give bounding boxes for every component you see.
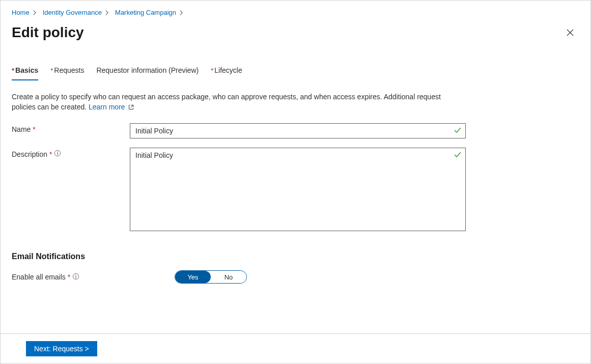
tab-label: Basics — [15, 66, 38, 74]
name-input[interactable] — [130, 123, 466, 138]
description-label: Description * — [12, 148, 130, 158]
toggle-yes[interactable]: Yes — [175, 271, 211, 283]
svg-point-4 — [76, 274, 77, 275]
email-section-title: Email Notifications — [12, 252, 579, 261]
label-text: Enable all emails — [12, 273, 66, 281]
chevron-right-icon — [33, 10, 40, 15]
tab-requestor-info[interactable]: Requestor information (Preview) — [96, 66, 199, 79]
crumb-marketing[interactable]: Marketing Campaign — [115, 8, 176, 17]
description-body: Create a policy to specify who can reque… — [12, 93, 441, 111]
required-indicator: * — [49, 150, 52, 158]
name-label: Name * — [12, 123, 130, 133]
info-icon[interactable] — [54, 150, 61, 158]
tab-label: Requestor information (Preview) — [96, 66, 199, 74]
description-text: Create a policy to specify who can reque… — [12, 92, 460, 112]
check-icon — [454, 151, 462, 160]
external-link-icon — [128, 104, 134, 110]
required-indicator: * — [50, 67, 53, 74]
svg-rect-2 — [58, 153, 58, 155]
footer: Next: Requests > — [1, 333, 590, 363]
page-title: Edit policy — [12, 24, 84, 41]
tab-requests[interactable]: * Requests — [50, 66, 84, 79]
chevron-right-icon — [179, 10, 186, 15]
check-icon — [454, 126, 462, 136]
required-indicator: * — [12, 67, 14, 74]
next-button[interactable]: Next: Requests > — [26, 341, 97, 356]
label-text: Name — [12, 125, 31, 133]
tab-basics[interactable]: * Basics — [12, 66, 38, 79]
required-indicator: * — [33, 125, 35, 133]
required-indicator: * — [68, 273, 70, 281]
svg-rect-5 — [76, 276, 76, 278]
tab-label: Lifecycle — [214, 66, 242, 74]
svg-point-1 — [58, 152, 59, 153]
learn-more-label: Learn more — [89, 103, 125, 111]
tab-lifecycle[interactable]: * Lifecycle — [211, 66, 242, 79]
learn-more-link[interactable]: Learn more — [89, 103, 134, 111]
enable-emails-label: Enable all emails * — [12, 273, 175, 282]
crumb-identity[interactable]: Identity Governance — [43, 8, 102, 17]
tabs: * Basics * Requests Requestor informatio… — [12, 66, 579, 79]
close-button[interactable] — [561, 23, 579, 42]
crumb-home[interactable]: Home — [12, 8, 30, 17]
info-icon[interactable] — [72, 273, 79, 282]
label-text: Description — [12, 150, 47, 158]
description-input[interactable] — [130, 148, 466, 231]
toggle-no[interactable]: No — [211, 271, 246, 283]
breadcrumb: Home Identity Governance Marketing Campa… — [12, 6, 579, 19]
close-icon — [566, 29, 574, 37]
required-indicator: * — [211, 67, 213, 74]
enable-emails-toggle[interactable]: Yes No — [175, 270, 247, 284]
tab-label: Requests — [54, 66, 84, 74]
chevron-right-icon — [105, 10, 112, 15]
